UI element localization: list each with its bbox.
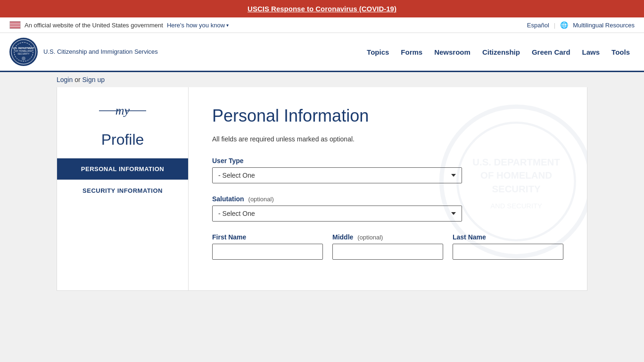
svg-text:SECURITY: SECURITY xyxy=(17,52,30,55)
gov-bar: An official website of the United States… xyxy=(0,17,644,33)
gov-bar-left: An official website of the United States… xyxy=(9,21,229,29)
salutation-select[interactable]: - Select One xyxy=(212,206,462,222)
heres-how-text: Here's how you know xyxy=(167,22,225,29)
signup-link[interactable]: Sign up xyxy=(83,76,105,83)
middle-name-label: Middle (optional) xyxy=(332,233,443,241)
us-flag-icon xyxy=(9,21,21,29)
middle-name-input[interactable] xyxy=(332,244,443,260)
first-name-label: First Name xyxy=(212,233,323,241)
nav-citizenship[interactable]: Citizenship xyxy=(478,46,525,58)
name-row: First Name Middle (optional) Last Name xyxy=(212,233,563,260)
official-text: An official website of the United States… xyxy=(25,22,163,29)
sidebar-security-info[interactable]: SECURITY INFORMATION xyxy=(57,180,188,201)
chevron-down-icon: ▾ xyxy=(226,23,229,28)
profile-logo: my xyxy=(94,101,151,126)
covid-banner: USCIS Response to Coronavirus (COVID-19) xyxy=(0,0,644,17)
page-title: Personal Information xyxy=(212,106,563,126)
last-name-field: Last Name xyxy=(453,233,563,260)
name-group: First Name Middle (optional) Last Name xyxy=(212,233,563,260)
nav-greencard[interactable]: Green Card xyxy=(527,46,575,58)
required-note: All fields are required unless marked as… xyxy=(212,135,563,143)
sidebar-nav: PERSONAL INFORMATION SECURITY INFORMATIO… xyxy=(57,158,188,201)
salutation-optional: (optional) xyxy=(248,196,274,203)
content-wrapper: my Profile PERSONAL INFORMATION SECURITY… xyxy=(57,87,587,310)
user-type-group: User Type - Select One xyxy=(212,157,563,183)
svg-point-5 xyxy=(22,57,25,60)
salutation-label: Salutation (optional) xyxy=(212,195,563,203)
last-name-label: Last Name xyxy=(453,233,563,241)
nav-forms[interactable]: Forms xyxy=(396,46,427,58)
security-info-link[interactable]: SECURITY INFORMATION xyxy=(57,180,188,201)
site-header: U.S. DEPARTMENT OF HOMELAND SECURITY U.S… xyxy=(0,33,644,72)
globe-icon: 🌐 xyxy=(560,21,568,29)
multilingual-link[interactable]: Multilingual Resources xyxy=(573,22,635,29)
gov-bar-right: Español | 🌐 Multilingual Resources xyxy=(527,21,635,29)
login-link[interactable]: Login xyxy=(57,76,73,83)
sidebar-personal-info[interactable]: PERSONAL INFORMATION xyxy=(57,158,188,180)
first-name-field: First Name xyxy=(212,233,323,260)
espanol-link[interactable]: Español xyxy=(527,22,549,29)
first-name-input[interactable] xyxy=(212,244,323,260)
logo-area: U.S. DEPARTMENT OF HOMELAND SECURITY U.S… xyxy=(9,38,158,66)
heres-how-link[interactable]: Here's how you know ▾ xyxy=(167,22,229,29)
salutation-group: Salutation (optional) - Select One xyxy=(212,195,563,222)
main-content: U.S. DEPARTMENT OF HOMELAND SECURITY AND… xyxy=(189,87,587,291)
uscis-seal: U.S. DEPARTMENT OF HOMELAND SECURITY xyxy=(9,38,38,66)
svg-text:SECURITY: SECURITY xyxy=(492,184,540,194)
personal-info-link[interactable]: PERSONAL INFORMATION xyxy=(57,158,188,180)
login-bar: Login or Sign up xyxy=(0,72,644,87)
sidebar-profile: my Profile xyxy=(57,87,188,158)
svg-text:my: my xyxy=(116,104,130,117)
logo-text: U.S. Citizenship and Immigration Service… xyxy=(43,48,158,56)
profile-title: Profile xyxy=(66,131,179,148)
nav-laws[interactable]: Laws xyxy=(578,46,605,58)
nav-topics[interactable]: Topics xyxy=(362,46,394,58)
middle-optional: (optional) xyxy=(357,234,383,241)
sidebar: my Profile PERSONAL INFORMATION SECURITY… xyxy=(57,87,189,291)
main-nav: Topics Forms Newsroom Citizenship Green … xyxy=(362,46,635,58)
covid-link[interactable]: USCIS Response to Coronavirus (COVID-19) xyxy=(248,5,396,13)
nav-tools[interactable]: Tools xyxy=(607,46,635,58)
user-type-select[interactable]: - Select One xyxy=(212,167,462,183)
middle-name-field: Middle (optional) xyxy=(332,233,443,260)
last-name-input[interactable] xyxy=(453,244,563,260)
org-name: U.S. Citizenship and Immigration Service… xyxy=(43,48,158,56)
user-type-label: User Type xyxy=(212,157,563,165)
divider: | xyxy=(554,22,555,29)
nav-newsroom[interactable]: Newsroom xyxy=(429,46,475,58)
or-text: or xyxy=(73,76,82,83)
